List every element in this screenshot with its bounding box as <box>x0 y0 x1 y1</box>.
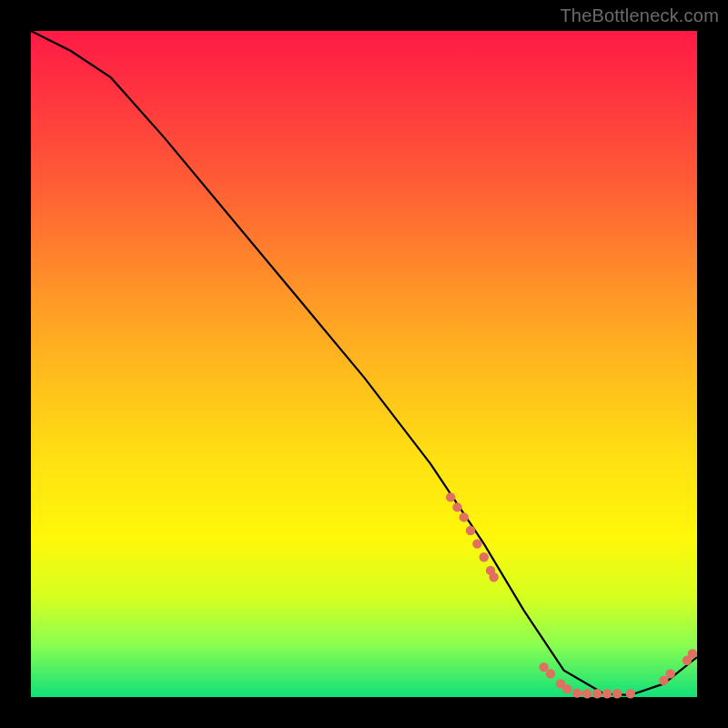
curve-layer <box>31 31 697 697</box>
data-dot <box>626 689 635 698</box>
data-dot <box>490 572 499 581</box>
data-dot <box>562 684 571 693</box>
data-dot <box>472 539 481 548</box>
data-dot <box>539 662 548 672</box>
data-dot <box>602 689 612 698</box>
bottleneck-curve-path <box>31 31 697 695</box>
dot-layer <box>446 492 697 698</box>
data-dot <box>666 669 675 678</box>
data-dot <box>460 512 469 521</box>
data-dot <box>480 552 489 561</box>
data-dot <box>612 689 622 698</box>
data-dot <box>592 689 602 698</box>
data-dot <box>546 669 555 678</box>
data-dot <box>688 649 697 658</box>
data-dot <box>466 526 475 535</box>
data-dot <box>446 492 455 501</box>
data-dot <box>452 502 461 511</box>
data-dot <box>582 689 592 698</box>
chart-stage: TheBottleneck.com <box>0 0 728 728</box>
data-dot <box>572 688 581 697</box>
attribution-text: TheBottleneck.com <box>560 5 719 26</box>
